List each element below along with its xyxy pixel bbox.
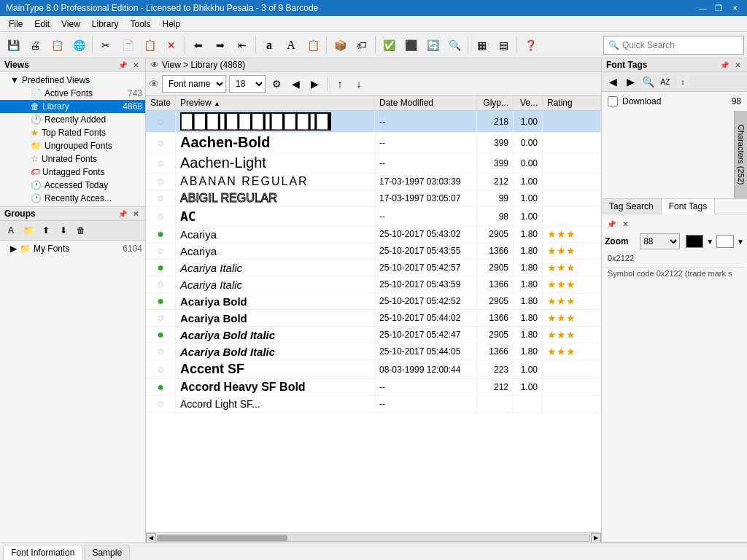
scroll-right-button[interactable]: ▶ [591, 533, 601, 543]
state-cell[interactable]: ○ [146, 396, 176, 413]
tab-sample[interactable]: Sample [84, 545, 130, 560]
sort-asc-button[interactable]: ↑ [332, 76, 348, 92]
preview-cell[interactable]: Accord Light SF... [176, 396, 375, 413]
preview-cell[interactable]: Aachen-Light [176, 153, 375, 174]
menu-library[interactable]: Library [86, 18, 125, 31]
rating-cell[interactable] [543, 207, 601, 226]
col-glyphs[interactable]: Glyp... [477, 96, 514, 111]
state-cell[interactable]: ○ [146, 153, 176, 174]
font-tags-pin-button[interactable]: 📌 [718, 61, 731, 70]
preview-cell[interactable]: ABANAN REGULAR [176, 174, 375, 190]
preview-cell[interactable]: Aachen-Bold [176, 133, 375, 153]
font-size-select[interactable]: 18 [229, 75, 266, 93]
state-cell[interactable]: ● [146, 327, 176, 343]
zoom-pin-button[interactable]: 📌 [605, 219, 618, 229]
state-cell[interactable]: ○ [146, 174, 176, 190]
tags-prev-button[interactable]: ◀ [605, 74, 621, 90]
toolbar-outdent-button[interactable]: ➡ [210, 35, 231, 55]
col-date[interactable]: Date Modified [375, 96, 477, 111]
table-row[interactable]: ●Acariya Bold25-10-2017 05:42:5229051.80… [146, 293, 601, 310]
toolbar-delete-button[interactable]: ✕ [161, 35, 182, 55]
toolbar-font-aa-button[interactable]: A [281, 35, 301, 55]
display-options-button[interactable]: ⚙ [268, 76, 285, 92]
toolbar-deactivate-button[interactable]: ⬛ [400, 35, 421, 55]
table-row[interactable]: ○Aachen-Light--3990.00 [146, 153, 601, 174]
table-row[interactable]: ○Accord Light SF...-- [146, 396, 601, 413]
rating-cell[interactable] [543, 379, 601, 396]
table-row[interactable]: ○Acariya Italic25-10-2017 05:43:5913661.… [146, 276, 601, 293]
table-row[interactable]: ○Acariya Bold25-10-2017 05:44:0213661.80… [146, 310, 601, 327]
tag-download-checkbox[interactable] [608, 96, 618, 106]
table-row[interactable]: ○Aachen-Bold--3990.00 [146, 133, 601, 153]
tags-next-button[interactable]: ▶ [622, 74, 638, 90]
table-row[interactable]: ○Accent SF08-03-1999 12:00:442231.00 [146, 360, 601, 379]
state-cell[interactable]: ○ [146, 207, 176, 226]
state-cell[interactable]: ○ [146, 190, 176, 207]
groups-folder-button[interactable]: 📁 [20, 222, 36, 238]
sidebar-item-accessed-today[interactable]: 🕐 Accessed Today [0, 179, 145, 192]
menu-tools[interactable]: Tools [125, 18, 157, 31]
toolbar-cut-button[interactable]: ✂ [96, 35, 116, 55]
toolbar-save-button[interactable]: 💾 [3, 35, 23, 55]
views-close-button[interactable]: ✕ [131, 61, 141, 70]
col-rating[interactable]: Rating [543, 96, 601, 111]
preview-cell[interactable]: Acariya Bold [176, 293, 375, 310]
groups-close-button[interactable]: ✕ [131, 209, 141, 219]
menu-help[interactable]: Help [157, 18, 187, 31]
minimize-button[interactable]: — [696, 2, 709, 14]
sidebar-item-unrated[interactable]: ☆ Unrated Fonts [0, 152, 145, 166]
tags-filter-button[interactable]: 🔍 [640, 74, 656, 90]
menu-file[interactable]: File [3, 18, 28, 31]
preview-cell[interactable]: Accent SF [176, 360, 375, 379]
zoom-close-button[interactable]: ✕ [620, 219, 630, 229]
rating-cell[interactable] [543, 360, 601, 379]
toolbar-print2-button[interactable]: 📋 [47, 35, 67, 55]
sidebar-item-recently-added[interactable]: 🕐 Recently Added [0, 113, 145, 126]
toolbar-help-button[interactable]: ❓ [520, 35, 541, 55]
tree-my-fonts[interactable]: ▶ 📁 My Fonts 6104 [0, 242, 145, 255]
tab-tag-search[interactable]: Tag Search [602, 199, 662, 214]
bg-color-dropdown-icon[interactable]: ▼ [737, 238, 744, 246]
sidebar-item-recently-accessed[interactable]: 🕐 Recently Acces... [0, 192, 145, 205]
sidebar-item-ungrouped[interactable]: 📁 Ungrouped Fonts [0, 139, 145, 152]
preview-cell[interactable]: █▌█▌█▌▌█▌█▌█▌▌█▌█▌█▌▌█▌ [176, 111, 375, 133]
toolbar-font-a-button[interactable]: a [259, 35, 279, 55]
col-preview[interactable]: Preview [176, 96, 375, 111]
toolbar-layout1-button[interactable]: ▦ [471, 35, 492, 55]
horizontal-scrollbar[interactable]: ◀ ▶ [146, 532, 601, 542]
rating-cell[interactable]: ★★★ [543, 293, 601, 310]
menu-view[interactable]: View [55, 18, 86, 31]
state-cell[interactable]: ○ [146, 111, 176, 133]
scroll-track[interactable] [157, 534, 590, 542]
state-cell[interactable]: ● [146, 226, 176, 243]
toolbar-box-button[interactable]: 📦 [330, 35, 350, 55]
tags-sort-za-button[interactable]: ↕ [675, 74, 691, 90]
bg-color-swatch[interactable] [716, 235, 734, 248]
toolbar-activate-button[interactable]: ✅ [379, 35, 399, 55]
toolbar-layout2-button[interactable]: ▤ [493, 35, 514, 55]
preview-cell[interactable]: Acariya Bold [176, 310, 375, 327]
preview-cell[interactable]: Acariya Bold Italic [176, 343, 375, 360]
state-cell[interactable]: ○ [146, 360, 176, 379]
scroll-left-button[interactable]: ◀ [146, 533, 156, 543]
table-row[interactable]: ○█▌█▌█▌▌█▌█▌█▌▌█▌█▌█▌▌█▌--2181.00 [146, 111, 601, 133]
toolbar-web-button[interactable]: 🌐 [69, 35, 89, 55]
rating-cell[interactable] [543, 174, 601, 190]
tab-font-information[interactable]: Font Information [3, 545, 82, 560]
preview-cell[interactable]: ABIGIL REGULAR [176, 190, 375, 207]
state-cell[interactable]: ○ [146, 133, 176, 153]
sort-field-select[interactable]: Font name [162, 75, 226, 93]
toolbar-indent-button[interactable]: ⬅ [188, 35, 209, 55]
prev-button[interactable]: ◀ [287, 76, 303, 92]
state-cell[interactable]: ○ [146, 243, 176, 260]
col-version[interactable]: Ve... [514, 96, 543, 111]
rating-cell[interactable] [543, 133, 601, 153]
rating-cell[interactable]: ★★★ [543, 310, 601, 327]
menu-edit[interactable]: Edit [28, 18, 55, 31]
toolbar-copy-button[interactable]: 📄 [117, 35, 138, 55]
rating-cell[interactable] [543, 190, 601, 207]
toolbar-refresh-button[interactable]: 🔄 [422, 35, 443, 55]
state-cell[interactable]: ○ [146, 310, 176, 327]
rating-cell[interactable]: ★★★ [543, 327, 601, 343]
rating-cell[interactable] [543, 111, 601, 133]
